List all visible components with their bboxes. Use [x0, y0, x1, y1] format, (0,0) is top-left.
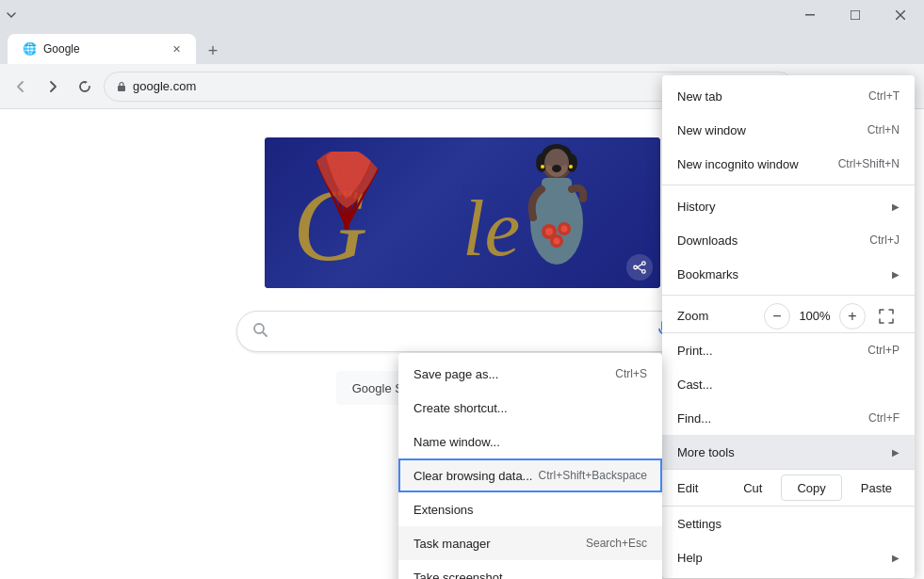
cut-button[interactable]: Cut: [728, 474, 777, 501]
svg-line-48: [263, 332, 267, 336]
submenu-extensions[interactable]: Extensions: [398, 492, 662, 526]
tab-list-chevron[interactable]: [0, 8, 23, 25]
submenu-take-screenshot[interactable]: Take screenshot: [398, 560, 662, 579]
tab-favicon: 🌐: [23, 42, 36, 56]
fan-svg: [312, 152, 382, 241]
svg-point-41: [553, 238, 559, 245]
chrome-menu: New tab Ctrl+T New window Ctrl+N New inc…: [662, 75, 915, 578]
search-icon: [252, 322, 267, 341]
svg-line-46: [637, 267, 641, 271]
fullscreen-button[interactable]: [873, 303, 900, 330]
svg-line-45: [637, 265, 641, 268]
zoom-row: Zoom − 100% +: [662, 299, 915, 333]
svg-rect-0: [805, 14, 815, 16]
menu-divider-2: [662, 295, 915, 296]
forward-button[interactable]: [40, 73, 66, 100]
svg-text:🌐: 🌐: [23, 42, 36, 56]
back-button[interactable]: [8, 73, 34, 100]
menu-new-window[interactable]: New window Ctrl+N: [662, 113, 915, 147]
submenu-save-page[interactable]: Save page as... Ctrl+S: [398, 357, 662, 391]
new-tab-button[interactable]: +: [200, 38, 226, 64]
search-bar-wrap: [236, 311, 689, 352]
svg-rect-1: [851, 10, 860, 20]
restore-button[interactable]: [834, 0, 877, 30]
window-controls: [788, 0, 922, 30]
svg-point-40: [560, 226, 567, 233]
menu-downloads[interactable]: Downloads Ctrl+J: [662, 223, 915, 257]
tab-close-icon[interactable]: ✕: [172, 43, 181, 56]
search-bar[interactable]: [236, 311, 689, 352]
svg-point-42: [641, 262, 645, 265]
menu-history[interactable]: History ▶: [662, 189, 915, 223]
doodle-share-icon[interactable]: [626, 254, 653, 281]
zoom-in-button[interactable]: +: [839, 303, 866, 330]
person-svg: [510, 142, 604, 283]
tab-title: Google: [43, 42, 165, 56]
more-tools-submenu: Save page as... Ctrl+S Create shortcut..…: [398, 353, 662, 579]
menu-bookmarks[interactable]: Bookmarks ▶: [662, 257, 915, 291]
active-tab[interactable]: 🌐 Google ✕: [8, 34, 196, 64]
svg-point-34: [541, 165, 544, 169]
lock-icon: [116, 81, 127, 92]
menu-more-tools[interactable]: More tools ▶: [662, 435, 915, 469]
menu-settings[interactable]: Settings: [662, 507, 915, 540]
url-text: google.com: [133, 79, 196, 93]
copy-button[interactable]: Copy: [781, 474, 841, 501]
svg-point-44: [633, 265, 637, 269]
svg-point-39: [545, 228, 553, 235]
menu-cast[interactable]: Cast...: [662, 367, 915, 401]
submenu-name-window[interactable]: Name window...: [398, 425, 662, 458]
submenu-task-manager[interactable]: Task manager Search+Esc: [398, 526, 662, 560]
title-bar: [0, 0, 924, 30]
minimize-button[interactable]: [788, 0, 832, 30]
edit-row: Edit Cut Copy Paste: [662, 469, 915, 507]
menu-new-incognito[interactable]: New incognito window Ctrl+Shift+N: [662, 147, 915, 181]
google-doodle: G le: [265, 137, 660, 288]
menu-new-tab[interactable]: New tab Ctrl+T: [662, 79, 915, 113]
svg-point-35: [569, 165, 573, 169]
svg-point-32: [544, 149, 569, 177]
svg-point-33: [552, 165, 561, 172]
svg-point-43: [641, 270, 645, 274]
zoom-out-button[interactable]: −: [764, 303, 790, 330]
menu-print[interactable]: Print... Ctrl+P: [662, 333, 915, 367]
zoom-controls: − 100% +: [764, 303, 900, 330]
zoom-percentage: 100%: [798, 309, 832, 323]
tab-bar: 🌐 Google ✕ +: [0, 30, 924, 64]
paste-button[interactable]: Paste: [846, 474, 907, 501]
search-input[interactable]: [277, 323, 648, 340]
refresh-button[interactable]: [72, 73, 98, 100]
menu-help[interactable]: Help ▶: [662, 540, 915, 574]
submenu-clear-browsing[interactable]: Clear browsing data... Ctrl+Shift+Backsp…: [398, 458, 662, 492]
submenu-create-shortcut[interactable]: Create shortcut...: [398, 391, 662, 425]
svg-rect-5: [118, 86, 125, 91]
close-button[interactable]: [879, 0, 922, 30]
svg-rect-31: [542, 178, 572, 211]
menu-divider-1: [662, 185, 915, 185]
menu-find[interactable]: Find... Ctrl+F: [662, 401, 915, 435]
